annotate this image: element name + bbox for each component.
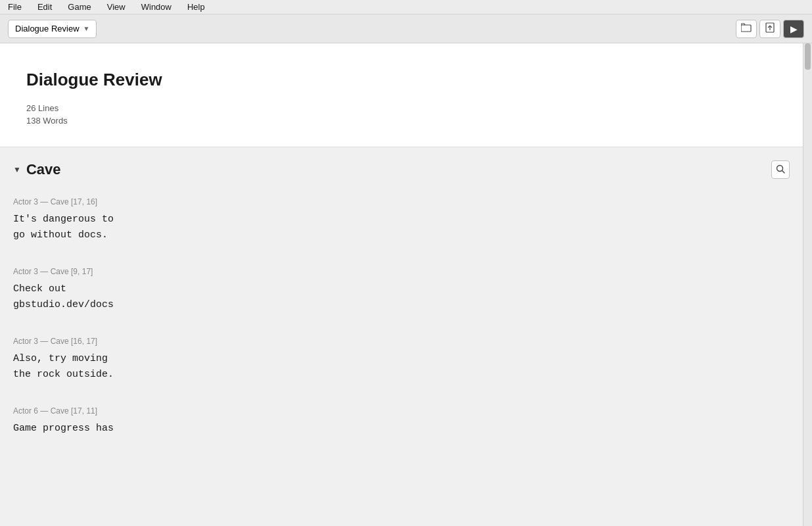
- entry-text: Game progress has: [13, 421, 790, 437]
- view-dropdown[interactable]: Dialogue Review ▼: [8, 20, 97, 38]
- play-button[interactable]: ▶: [783, 20, 804, 38]
- entry-meta: Actor 6 — Cave [17, 11]: [13, 406, 790, 416]
- entry-meta: Actor 3 — Cave [9, 17]: [13, 267, 790, 276]
- folder-icon: [741, 23, 752, 34]
- toolbar-right: ▶: [736, 20, 804, 38]
- header-section: Dialogue Review 26 Lines 138 Words: [0, 43, 803, 147]
- list-item: Actor 3 — Cave [16, 17] Also, try moving…: [13, 326, 790, 396]
- toolbar: Dialogue Review ▼ ▶: [0, 14, 812, 43]
- dialogue-entries: Actor 3 — Cave [17, 16] It's dangerous t…: [0, 187, 803, 450]
- menu-bar: File Edit Game View Window Help: [0, 0, 812, 14]
- content-panel[interactable]: Dialogue Review 26 Lines 138 Words ▼ Cav…: [0, 43, 803, 526]
- open-folder-button[interactable]: [736, 20, 757, 38]
- chevron-down-icon: ▼: [83, 25, 90, 32]
- menu-window[interactable]: Window: [139, 1, 174, 13]
- entry-meta: Actor 3 — Cave [17, 16]: [13, 197, 790, 206]
- entry-text: Check out gbstudio.dev/docs: [13, 281, 790, 313]
- export-icon: [765, 22, 775, 35]
- toolbar-left: Dialogue Review ▼: [8, 20, 97, 38]
- search-icon: [776, 164, 785, 176]
- scene-title-row: ▼ Cave: [13, 161, 60, 178]
- view-dropdown-label: Dialogue Review: [15, 24, 79, 34]
- scene-name: Cave: [26, 161, 61, 178]
- dialogue-section: ▼ Cave Actor 3 — Cave [17, 16] It: [0, 147, 803, 450]
- scrollbar[interactable]: [803, 43, 812, 526]
- list-item: Actor 3 — Cave [17, 16] It's dangerous t…: [13, 187, 790, 256]
- page-title: Dialogue Review: [26, 70, 777, 90]
- menu-help[interactable]: Help: [185, 1, 208, 13]
- scene-header: ▼ Cave: [0, 147, 803, 187]
- menu-file[interactable]: File: [5, 1, 24, 13]
- svg-rect-0: [741, 25, 751, 32]
- list-item: Actor 3 — Cave [9, 17] Check out gbstudi…: [13, 256, 790, 326]
- collapse-chevron-icon[interactable]: ▼: [13, 165, 21, 174]
- export-button[interactable]: [759, 20, 780, 38]
- menu-edit[interactable]: Edit: [35, 1, 55, 13]
- list-item: Actor 6 — Cave [17, 11] Game progress ha…: [13, 396, 790, 450]
- entry-text: It's dangerous to go without docs.: [13, 212, 790, 243]
- entry-meta: Actor 3 — Cave [16, 17]: [13, 337, 790, 346]
- play-icon: ▶: [790, 24, 798, 34]
- search-button[interactable]: [771, 160, 790, 179]
- lines-count: 26 Lines: [26, 103, 777, 113]
- scrollbar-thumb[interactable]: [805, 43, 811, 70]
- menu-game[interactable]: Game: [65, 1, 93, 13]
- menu-view[interactable]: View: [104, 1, 128, 13]
- stats: 26 Lines 138 Words: [26, 103, 777, 126]
- entry-text: Also, try moving the rock outside.: [13, 351, 790, 383]
- words-count: 138 Words: [26, 116, 777, 126]
- main-content: Dialogue Review 26 Lines 138 Words ▼ Cav…: [0, 43, 812, 526]
- svg-line-4: [782, 170, 785, 173]
